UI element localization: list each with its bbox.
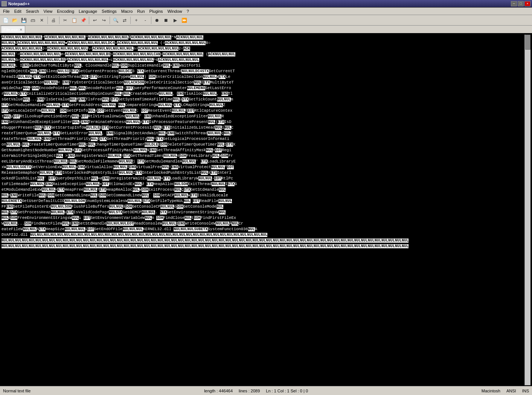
separator-2 (59, 17, 59, 24)
code-line: GetNumaHighestNodeNumberNULNUL¥STXGetPro… (2, 147, 524, 153)
status-position: Ln : 1 Col : 1 Sel : 0 | 0 (266, 389, 308, 393)
editor-content: ACKNULNULNULNULNULⁿACKNULNULNULNULNUL°AC… (2, 35, 530, 385)
code-line: NULNULNULNULNULNULNULNULNULNULNULNULNULN… (2, 243, 524, 249)
status-length: length : 446464 (204, 389, 233, 393)
code-line: NULNULNULNULNULNULNULNULNULNULNULNULNULN… (2, 238, 524, 243)
code-line: aveCriticalSectionNULNUL< ENOTryEnterCri… (2, 80, 524, 85)
app-icon (2, 1, 7, 6)
code-line: reateTimerQueueNULNULVSTXGetLastErrorNUL… (2, 131, 524, 136)
code-line: NULNUL6▷ACKNULNULNULNULNULBSPACKNULNULNU… (2, 57, 524, 63)
status-line-ending: Macintosh (482, 389, 500, 393)
save-button[interactable]: 💾 (20, 16, 28, 24)
code-line: NULNULˈ○ACKNULNULNULNULNUL∅○ACKNULNULNUL… (2, 52, 524, 57)
status-encoding: ANSI (506, 389, 516, 393)
menu-language[interactable]: Language (76, 8, 99, 15)
menu-plugins[interactable]: Plugins (147, 8, 165, 15)
tab-file-exe[interactable]: File.exe ✕ (1, 26, 25, 33)
code-line: ACKNULNULNULNULNULⁿACKNULNULNULNULNUL°AC… (2, 35, 524, 40)
menu-encoding[interactable]: Encoding (55, 8, 76, 15)
toolbar: 📄 📂 💾 🗃 ✕ 🖨 ✂ 📋 📌 ↩ ↪ 🔍 ⇄ + - ⏺ ⏹ ▶ ⏩ (0, 15, 532, 26)
menu-run[interactable]: Run (135, 8, 147, 15)
zoom-out-button[interactable]: - (141, 16, 149, 24)
code-line: NUL©STXGetProcessHeapNULNULuETXIsValidCo… (2, 210, 524, 215)
replace-button[interactable]: ⇄ (120, 16, 129, 24)
menu-view[interactable]: View (41, 8, 55, 15)
title-bar-left: Notepad++ (2, 1, 30, 6)
code-line: xWNULNULSOETXGetVersionExWNULNUL«ENOVirt… (2, 164, 524, 170)
menu-window[interactable]: Window (165, 8, 184, 15)
menu-search[interactable]: Search (24, 8, 41, 15)
code-line: eeLibraryAndExitThreadNULNULiNULGetModul… (2, 159, 524, 164)
separator-6 (151, 17, 151, 24)
code-line: NULNULôACKNULNULNULNULNULNUL●ACKNULNULNU… (2, 40, 524, 46)
code-line: FFENOSetFilePointerExNULNULSOHFlushFileB… (2, 204, 524, 210)
tab-close-icon[interactable]: ✕ (20, 28, 23, 32)
close-button[interactable]: ✕ (524, 1, 530, 6)
menu-macro[interactable]: Macro (119, 8, 135, 15)
separator-5 (130, 17, 131, 24)
code-line: reateThreadNULNULCENOSetThreadPriorityNU… (2, 136, 524, 142)
undo-button[interactable]: ↩ (91, 16, 99, 24)
maximize-button[interactable]: □ (518, 1, 524, 6)
open-button[interactable]: 📂 (11, 16, 19, 24)
status-lines: lines : 2089 (239, 389, 260, 393)
macro-record-button[interactable]: ⏺ (153, 16, 161, 24)
menu-edit[interactable]: Edit (12, 8, 24, 15)
menu-settings[interactable]: Settings (99, 8, 119, 15)
code-line: NUL£SOHFreeEnvironmentStringsWNULı EOTSe… (2, 215, 524, 221)
code-line: hreadIdNULNUL4STXGetExitCodeThreadNULIST… (2, 74, 524, 80)
minimize-button[interactable]: ─ (511, 1, 517, 6)
status-bar: Normal text file length : 446464 lines :… (0, 386, 532, 395)
code-line: onNULNUL¡NULCreateTimerQueueTimerNULçNUL… (2, 142, 524, 147)
code-line: rNULNULQETXInitializeCriticalSectionAndS… (2, 91, 524, 97)
code-line: ebuggerPresentNULÅSTXGetStartupInfoWNULD… (2, 125, 524, 131)
window-controls[interactable]: ─ □ ✕ (511, 1, 530, 6)
copy-button[interactable]: 📋 (70, 16, 78, 24)
code-line: DVAPI32.dll NULNULNULNULNULNULNULNULNULN… (2, 232, 524, 238)
tab-label: File.exe (3, 27, 18, 32)
macro-stop-button[interactable]: ⏹ (162, 16, 170, 24)
scrollbar-track[interactable] (524, 35, 530, 385)
code-display: ACKNULNULNULNULNULⁿACKNULNULNULNULNUL°AC… (2, 35, 524, 249)
title-bar: Notepad++ ─ □ ✕ (0, 0, 532, 8)
zoom-in-button[interactable]: + (132, 16, 140, 24)
menu-bar: File Edit Search View Encoding Language … (0, 8, 532, 15)
code-line: STXGetModuleHandleWNULNUL¤STXGetProcAddr… (2, 102, 524, 108)
paste-button[interactable]: 📌 (79, 16, 87, 24)
code-line: tNULµEOTRtlLookupFunctionEntryNUL÷EOTRtl… (2, 114, 524, 119)
find-button[interactable]: 🔍 (111, 16, 120, 24)
save-all-button[interactable]: 🗃 (29, 16, 37, 24)
code-line: ENOSetUnhandledExceptionFilterNULpENOTer… (2, 119, 524, 125)
window-title: Notepad++ (8, 2, 30, 6)
editor-area[interactable]: ACKNULNULNULNULNULⁿACKNULNULNULNULNUL°AC… (0, 34, 532, 386)
separator-1 (47, 17, 48, 24)
code-line: ngleObjectExNULaENOSleepNULSIISTXGetCurr… (2, 68, 524, 74)
code-line: ACKNULNULNULNULNULJ○ACKNULNULNULNULNUL\○… (2, 46, 524, 52)
print-button[interactable]: 🖨 (49, 16, 58, 24)
cut-button[interactable]: ✂ (61, 16, 69, 24)
scrollbar-thumb[interactable] (525, 35, 530, 50)
status-ins: INS (522, 389, 529, 393)
separator-3 (89, 17, 89, 24)
status-middle: length : 446464 lines : 2089 Ln : 1 Col … (204, 389, 308, 393)
menu-help[interactable]: ? (184, 8, 191, 15)
code-line: oWideCharNUL²SOHEncodePointerNULyNULDeco… (2, 85, 524, 91)
code-line: sGetValueNUL...ENOTlsSetValueNULfENOTlsF… (2, 97, 524, 102)
code-line: toFileHeaderNULNULQENORaiseExceptionNULN… (2, 181, 524, 187)
code-line: ReleaseSemaphoreNULNULYETXInterlockedPop… (2, 170, 524, 176)
code-line: ockedFlushSListNUL' EOTQueryDepthSListNU… (2, 176, 524, 181)
status-left: Normal text file (3, 389, 30, 393)
tab-bar: File.exe ✕ (0, 26, 532, 34)
new-button[interactable]: 📄 (2, 16, 10, 24)
macro-run-button[interactable]: ⏩ (180, 16, 188, 24)
code-line: WNULNUL...SOHFindNextFileWNUL0ENOSetStdH… (2, 221, 524, 226)
code-line: NULNULL IENOWideCharToMultiByteNULL Clos… (2, 63, 524, 68)
code-line: STXGetLocaleInfoWNULNUL' SOHGetCPInfoNUL… (2, 108, 524, 114)
close-button2[interactable]: ✕ (38, 16, 46, 24)
menu-file[interactable]: File (1, 8, 12, 15)
separator-4 (110, 17, 110, 24)
code-line: NULENOETXGetUserDefaultLCIDNULNULSOHEnum… (2, 198, 524, 204)
status-mode: Normal text file (3, 389, 30, 393)
macro-play-button[interactable]: ▶ (171, 16, 179, 24)
redo-button[interactable]: ↪ (100, 16, 108, 24)
